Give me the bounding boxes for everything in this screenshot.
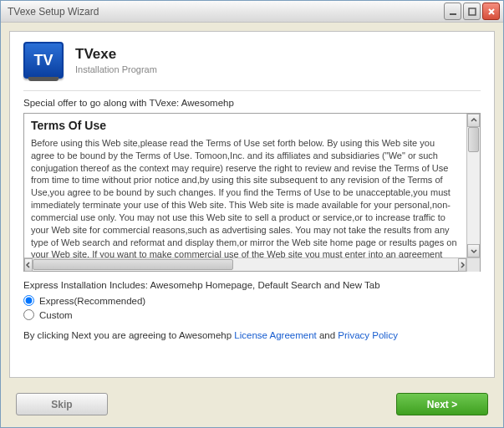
divider (23, 90, 481, 91)
product-name: TVexe (75, 46, 157, 63)
svg-rect-0 (450, 13, 456, 15)
terms-body-text: Before using this Web site,please read t… (31, 137, 460, 257)
close-button[interactable] (482, 3, 500, 20)
button-row: Skip Next > (1, 386, 503, 427)
product-subtitle: Installation Program (75, 64, 157, 74)
scroll-up-button[interactable] (467, 114, 480, 127)
header-text: TVexe Installation Program (75, 46, 157, 74)
express-radio-label: Express(Recommended) (39, 296, 145, 306)
window-controls (444, 3, 500, 20)
setup-wizard-window: TVexe Setup Wizard TV TVexe Installation… (0, 0, 504, 428)
custom-radio-label: Custom (39, 310, 73, 320)
custom-radio-option[interactable]: Custom (23, 309, 481, 320)
maximize-button[interactable] (463, 3, 481, 20)
agree-prefix: By clicking Next you are agreeing to Awe… (23, 330, 234, 340)
scroll-track-vertical[interactable] (467, 127, 480, 244)
chevron-down-icon (471, 247, 477, 254)
scroll-track-horizontal[interactable] (33, 258, 458, 271)
window-title: TVexe Setup Wizard (8, 6, 444, 18)
scroll-thumb-horizontal[interactable] (33, 259, 233, 270)
terms-of-use-box: Terms Of Use Before using this Web site,… (23, 113, 481, 272)
express-radio[interactable] (23, 295, 34, 306)
titlebar: TVexe Setup Wizard (1, 1, 503, 23)
vertical-scrollbar[interactable] (466, 114, 480, 257)
chevron-right-icon (459, 262, 466, 268)
agree-mid: and (317, 330, 339, 340)
install-mode-group: Express(Recommended) Custom (23, 295, 481, 324)
express-includes-text: Express Installation Includes: Awesomehp… (23, 280, 481, 290)
horizontal-scrollbar[interactable] (24, 257, 480, 271)
express-radio-option[interactable]: Express(Recommended) (23, 295, 481, 306)
terms-title: Terms Of Use (31, 118, 460, 134)
scroll-left-button[interactable] (24, 258, 33, 272)
next-button[interactable]: Next > (396, 393, 488, 415)
scroll-right-button[interactable] (458, 258, 466, 272)
scroll-down-button[interactable] (467, 244, 480, 257)
agreement-text: By clicking Next you are agreeing to Awe… (23, 330, 481, 340)
terms-content[interactable]: Terms Of Use Before using this Web site,… (24, 114, 466, 257)
close-icon (487, 8, 496, 16)
privacy-policy-link[interactable]: Privacy Policy (338, 330, 398, 340)
custom-radio[interactable] (23, 309, 34, 320)
maximize-icon (468, 8, 476, 16)
minimize-icon (449, 8, 457, 16)
svg-rect-1 (469, 8, 476, 15)
product-logo-icon: TV (23, 42, 64, 79)
scrollbar-corner (466, 258, 480, 272)
chevron-up-icon (471, 117, 477, 124)
minimize-button[interactable] (444, 3, 461, 20)
scroll-thumb-vertical[interactable] (468, 127, 479, 152)
skip-button[interactable]: Skip (16, 393, 108, 415)
special-offer-text: Special offer to go along with TVexe: Aw… (23, 98, 481, 108)
license-agreement-link[interactable]: License Agreement (234, 330, 316, 340)
content-panel: TV TVexe Installation Program Special of… (9, 31, 495, 378)
chevron-left-icon (25, 262, 32, 268)
header: TV TVexe Installation Program (23, 42, 481, 79)
